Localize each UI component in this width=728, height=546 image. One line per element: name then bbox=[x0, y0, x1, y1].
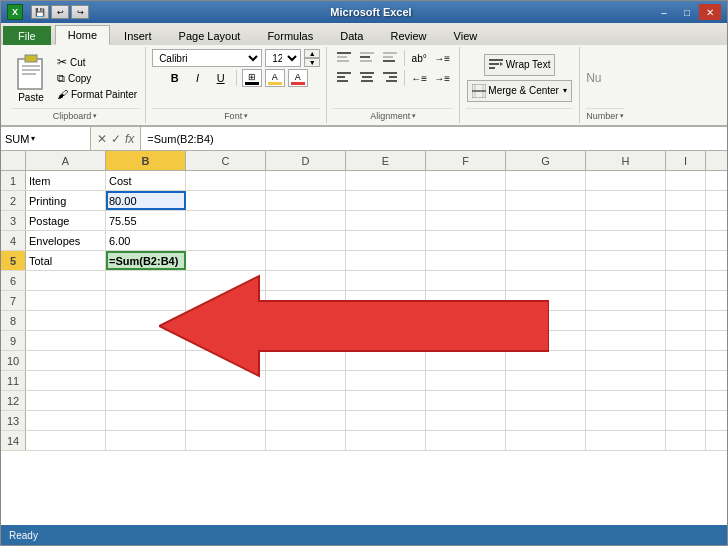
cell-d3[interactable] bbox=[266, 211, 346, 230]
cell-c1[interactable] bbox=[186, 171, 266, 190]
cell-c4[interactable] bbox=[186, 231, 266, 250]
tab-review[interactable]: Review bbox=[377, 26, 439, 45]
font-name-select[interactable]: Calibri bbox=[152, 49, 262, 67]
cell-g2[interactable] bbox=[506, 191, 586, 210]
cell-g5[interactable] bbox=[506, 251, 586, 270]
tab-view[interactable]: View bbox=[441, 26, 491, 45]
col-header-b[interactable]: B bbox=[106, 151, 186, 170]
cell-a3[interactable]: Postage bbox=[26, 211, 106, 230]
maximize-btn[interactable]: □ bbox=[676, 4, 698, 20]
fill-color-btn[interactable]: A bbox=[265, 69, 285, 87]
tab-home[interactable]: Home bbox=[55, 25, 110, 45]
increase-indent2-btn[interactable]: →≡ bbox=[431, 69, 453, 87]
col-header-h[interactable]: H bbox=[586, 151, 666, 170]
cell-e1[interactable] bbox=[346, 171, 426, 190]
name-box[interactable]: SUM ▾ bbox=[1, 127, 91, 150]
align-center-btn[interactable] bbox=[356, 69, 378, 87]
format-painter-item[interactable]: 🖌 Format Painter bbox=[55, 87, 139, 101]
tab-formulas[interactable]: Formulas bbox=[254, 26, 326, 45]
cell-f5[interactable] bbox=[426, 251, 506, 270]
close-btn[interactable]: ✕ bbox=[699, 4, 721, 20]
number-expand-icon[interactable]: ▾ bbox=[620, 112, 624, 120]
cell-f1[interactable] bbox=[426, 171, 506, 190]
cell-a4[interactable]: Envelopes bbox=[26, 231, 106, 250]
cell-c3[interactable] bbox=[186, 211, 266, 230]
increase-indent-btn[interactable]: →≡ bbox=[431, 49, 453, 67]
tab-insert[interactable]: Insert bbox=[111, 26, 165, 45]
cell-d1[interactable] bbox=[266, 171, 346, 190]
copy-item[interactable]: ⧉ Copy bbox=[55, 71, 139, 86]
formula-input[interactable] bbox=[141, 127, 727, 150]
align-right-btn[interactable] bbox=[379, 69, 401, 87]
merge-dropdown-icon[interactable]: ▾ bbox=[563, 86, 567, 95]
cell-i3[interactable] bbox=[666, 211, 706, 230]
cell-c5[interactable] bbox=[186, 251, 266, 270]
cell-i1[interactable] bbox=[666, 171, 706, 190]
cancel-formula-btn[interactable]: ✕ bbox=[97, 132, 107, 146]
cell-d5[interactable] bbox=[266, 251, 346, 270]
col-header-i[interactable]: I bbox=[666, 151, 706, 170]
name-box-arrow[interactable]: ▾ bbox=[31, 134, 35, 143]
underline-button[interactable]: U bbox=[211, 69, 231, 87]
cell-h2[interactable] bbox=[586, 191, 666, 210]
confirm-formula-btn[interactable]: ✓ bbox=[111, 132, 121, 146]
cell-a5[interactable]: Total bbox=[26, 251, 106, 270]
cell-b1[interactable]: Cost bbox=[106, 171, 186, 190]
cell-a2[interactable]: Printing bbox=[26, 191, 106, 210]
cell-i2[interactable] bbox=[666, 191, 706, 210]
border-color-btn[interactable]: ⊞ bbox=[242, 69, 262, 87]
align-middle-btn[interactable] bbox=[356, 49, 378, 67]
cell-b2[interactable]: 80.00 bbox=[106, 191, 186, 210]
cell-g1[interactable] bbox=[506, 171, 586, 190]
decrease-indent-btn[interactable]: ←≡ bbox=[408, 69, 430, 87]
tab-file[interactable]: File bbox=[3, 26, 51, 45]
cell-h3[interactable] bbox=[586, 211, 666, 230]
undo-btn[interactable]: ↩ bbox=[51, 5, 69, 19]
merge-center-button[interactable]: Merge & Center ▾ bbox=[467, 80, 572, 102]
cell-a6[interactable] bbox=[26, 271, 106, 290]
tab-page-layout[interactable]: Page Layout bbox=[166, 26, 254, 45]
cell-c2[interactable] bbox=[186, 191, 266, 210]
cell-f2[interactable] bbox=[426, 191, 506, 210]
col-header-c[interactable]: C bbox=[186, 151, 266, 170]
bold-button[interactable]: B bbox=[165, 69, 185, 87]
cell-b5[interactable]: =Sum(B2:B4) bbox=[106, 251, 186, 270]
cell-e4[interactable] bbox=[346, 231, 426, 250]
cell-e2[interactable] bbox=[346, 191, 426, 210]
cell-h4[interactable] bbox=[586, 231, 666, 250]
cell-h5[interactable] bbox=[586, 251, 666, 270]
cell-a1[interactable]: Item bbox=[26, 171, 106, 190]
col-header-g[interactable]: G bbox=[506, 151, 586, 170]
cell-b4[interactable]: 6.00 bbox=[106, 231, 186, 250]
cell-d2[interactable] bbox=[266, 191, 346, 210]
cell-b6[interactable] bbox=[106, 271, 186, 290]
minimize-btn[interactable]: – bbox=[653, 4, 675, 20]
font-size-select[interactable]: 12 bbox=[265, 49, 301, 67]
fx-button[interactable]: fx bbox=[125, 132, 134, 146]
wrap-text-button[interactable]: Wrap Text bbox=[484, 54, 556, 76]
cell-d4[interactable] bbox=[266, 231, 346, 250]
cell-b3[interactable]: 75.55 bbox=[106, 211, 186, 230]
col-header-e[interactable]: E bbox=[346, 151, 426, 170]
font-color-btn[interactable]: A bbox=[288, 69, 308, 87]
increase-size-btn[interactable]: ▲ bbox=[304, 49, 320, 58]
cell-e3[interactable] bbox=[346, 211, 426, 230]
cut-item[interactable]: ✂ Cut bbox=[55, 54, 139, 70]
col-header-f[interactable]: F bbox=[426, 151, 506, 170]
col-header-d[interactable]: D bbox=[266, 151, 346, 170]
cell-f3[interactable] bbox=[426, 211, 506, 230]
cell-i4[interactable] bbox=[666, 231, 706, 250]
italic-button[interactable]: I bbox=[188, 69, 208, 87]
font-expand-icon[interactable]: ▾ bbox=[244, 112, 248, 120]
save-btn[interactable]: 💾 bbox=[31, 5, 49, 19]
align-bottom-btn[interactable] bbox=[379, 49, 401, 67]
col-header-a[interactable]: A bbox=[26, 151, 106, 170]
alignment-expand-icon[interactable]: ▾ bbox=[412, 112, 416, 120]
cell-h1[interactable] bbox=[586, 171, 666, 190]
cell-e5[interactable] bbox=[346, 251, 426, 270]
align-top-btn[interactable] bbox=[333, 49, 355, 67]
tab-data[interactable]: Data bbox=[327, 26, 376, 45]
text-angle-btn[interactable]: ab° bbox=[408, 49, 430, 67]
cell-f4[interactable] bbox=[426, 231, 506, 250]
decrease-size-btn[interactable]: ▼ bbox=[304, 58, 320, 67]
